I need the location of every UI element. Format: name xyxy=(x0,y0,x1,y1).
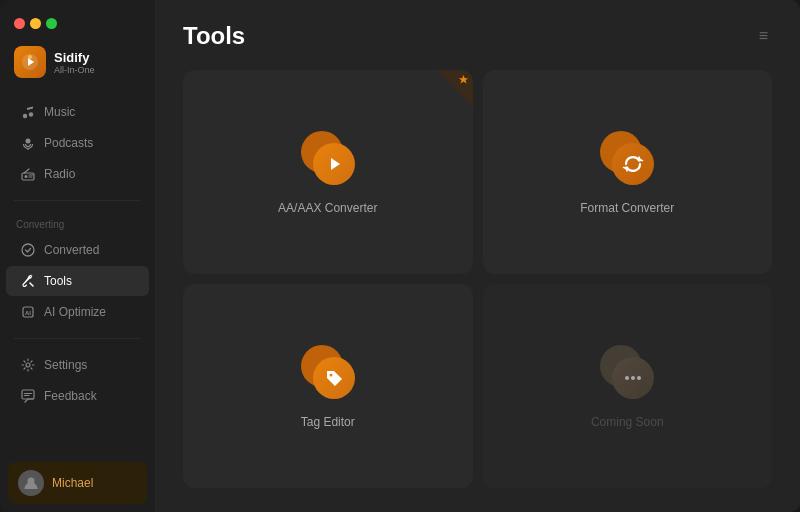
section-label: Converting xyxy=(0,211,155,234)
aa-aax-label: AA/AAX Converter xyxy=(278,201,377,215)
tools-icon xyxy=(20,273,36,289)
badge-icon xyxy=(458,74,469,85)
fmt-icon-front xyxy=(612,143,654,185)
soon-icon-front xyxy=(612,357,654,399)
main-content: Tools ≡ AA/AA xyxy=(155,0,800,512)
minimize-button[interactable] xyxy=(30,18,41,29)
nav-section-main: Music Podcasts xyxy=(0,92,155,194)
menu-icon[interactable]: ≡ xyxy=(755,23,772,49)
tag-editor-label: Tag Editor xyxy=(301,415,355,429)
tag-icon-front xyxy=(313,357,355,399)
nav-section-converting: Converting Converted Tools xyxy=(0,207,155,332)
maximize-button[interactable] xyxy=(46,18,57,29)
settings-label: Settings xyxy=(44,358,87,372)
aax-icon-front xyxy=(313,143,355,185)
ai-icon: AI xyxy=(20,304,36,320)
sidebar-item-ai-optimize[interactable]: AI AI Optimize xyxy=(6,297,149,327)
tool-card-coming-soon: Coming Soon xyxy=(483,284,773,488)
sidebar-item-music[interactable]: Music xyxy=(6,97,149,127)
converted-icon xyxy=(20,242,36,258)
tools-grid: AA/AAX Converter Format Converter xyxy=(155,62,800,512)
logo-text: Sidify All-In-One xyxy=(54,50,95,75)
svg-point-22 xyxy=(637,376,641,380)
music-icon xyxy=(20,104,36,120)
close-button[interactable] xyxy=(14,18,25,29)
page-title: Tools xyxy=(183,22,245,50)
radio-label: Radio xyxy=(44,167,75,181)
nav-section-bottom: Settings Feedback xyxy=(0,345,155,416)
main-header: Tools ≡ xyxy=(155,0,800,62)
logo-area: Sidify All-In-One xyxy=(0,40,155,92)
sidebar-item-podcasts[interactable]: Podcasts xyxy=(6,128,149,158)
user-avatar xyxy=(18,470,44,496)
nav-divider-2 xyxy=(14,338,141,339)
tool-card-format-converter[interactable]: Format Converter xyxy=(483,70,773,274)
svg-point-3 xyxy=(29,112,33,116)
svg-point-4 xyxy=(26,139,31,144)
app-title: Sidify xyxy=(54,50,95,65)
aa-aax-icon-wrap xyxy=(299,129,357,187)
format-converter-label: Format Converter xyxy=(580,201,674,215)
titlebar xyxy=(0,0,155,40)
user-profile[interactable]: Michael xyxy=(8,462,147,504)
tools-label: Tools xyxy=(44,274,72,288)
converted-label: Converted xyxy=(44,243,99,257)
svg-point-13 xyxy=(26,363,30,367)
sidebar-item-tools[interactable]: Tools xyxy=(6,266,149,296)
app-logo-icon xyxy=(14,46,46,78)
tag-icon-wrap xyxy=(299,343,357,401)
sidebar-bottom: Michael xyxy=(0,454,155,512)
svg-marker-18 xyxy=(331,158,340,170)
sidebar-item-feedback[interactable]: Feedback xyxy=(6,381,149,411)
traffic-lights xyxy=(14,18,57,29)
svg-rect-14 xyxy=(22,390,34,399)
svg-text:AI: AI xyxy=(25,310,31,316)
svg-point-1 xyxy=(28,55,32,59)
radio-icon xyxy=(20,166,36,182)
soon-icon-wrap xyxy=(598,343,656,401)
corner-badge xyxy=(437,70,473,106)
music-label: Music xyxy=(44,105,75,119)
svg-point-10 xyxy=(22,244,34,256)
svg-point-21 xyxy=(631,376,635,380)
svg-point-7 xyxy=(25,175,28,178)
svg-rect-6 xyxy=(22,173,34,180)
svg-point-20 xyxy=(625,376,629,380)
sidebar-item-converted[interactable]: Converted xyxy=(6,235,149,265)
coming-soon-label: Coming Soon xyxy=(591,415,664,429)
svg-point-2 xyxy=(23,114,27,118)
ai-optimize-label: AI Optimize xyxy=(44,305,106,319)
settings-icon xyxy=(20,357,36,373)
tool-card-tag-editor[interactable]: Tag Editor xyxy=(183,284,473,488)
sidebar-item-radio[interactable]: Radio xyxy=(6,159,149,189)
sidebar: Sidify All-In-One Music xyxy=(0,0,155,512)
app-subtitle: All-In-One xyxy=(54,65,95,75)
feedback-label: Feedback xyxy=(44,389,97,403)
nav-divider-1 xyxy=(14,200,141,201)
svg-point-19 xyxy=(329,374,332,377)
podcast-icon xyxy=(20,135,36,151)
podcasts-label: Podcasts xyxy=(44,136,93,150)
fmt-icon-wrap xyxy=(598,129,656,187)
feedback-icon xyxy=(20,388,36,404)
tool-card-aa-aax[interactable]: AA/AAX Converter xyxy=(183,70,473,274)
user-name: Michael xyxy=(52,476,93,490)
sidebar-item-settings[interactable]: Settings xyxy=(6,350,149,380)
